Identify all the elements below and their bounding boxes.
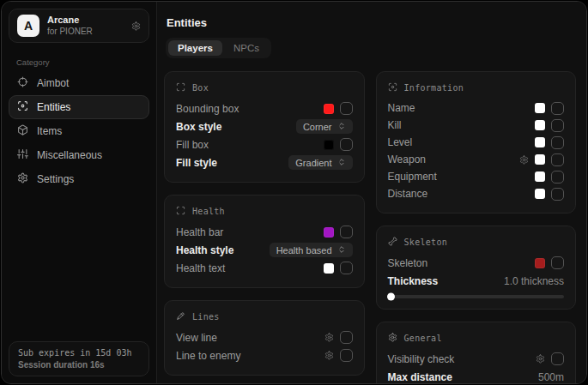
color-swatch[interactable] [535,120,545,130]
row-label: Health text [176,262,225,274]
app-name: Arcane [47,15,93,27]
card-information: Information Name Kill [376,71,577,214]
sidebar-item-label: Items [37,125,62,137]
row-skeleton: Skeleton [388,254,565,272]
color-swatch[interactable] [324,227,334,238]
row-label: Health bar [176,226,223,238]
color-swatch[interactable] [324,263,334,274]
card-title: Lines [192,312,220,322]
tab-npcs[interactable]: NPCs [224,40,269,56]
row-thickness: Thickness 1.0 thickness [388,272,565,290]
sidebar-item-entities[interactable]: Entities [9,95,149,119]
equipment-checkbox[interactable] [551,171,564,183]
card-box: Box Bounding box Box style Corne [164,71,365,183]
bone-icon [388,237,397,248]
row-name: Name [388,99,565,117]
app-subtitle: for PIONER [47,27,93,38]
card-general: General Visibility check Max distance 50… [376,322,577,383]
color-swatch[interactable] [535,189,545,199]
card-title: Box [192,83,209,93]
row-equipment: Equipment [388,168,565,185]
distance-checkbox[interactable] [551,188,564,201]
scan-dot-icon [17,100,28,114]
view-line-checkbox[interactable] [340,331,353,344]
row-label: Skeleton [388,257,428,269]
sidebar-item-label: Entities [37,101,70,113]
color-swatch[interactable] [324,104,334,114]
row-label: Health style [176,244,233,256]
sidebar-item-items[interactable]: Items [9,119,149,143]
view-line-gear-icon[interactable] [324,333,334,342]
chevrons-up-down-icon [337,122,346,132]
thickness-value: 1.0 thickness [504,275,564,287]
slider-thumb[interactable] [387,293,395,301]
row-box-style: Box style Corner [176,117,353,135]
box-style-dropdown[interactable]: Corner [296,119,353,134]
row-label: Visibility check [388,353,455,365]
tab-players[interactable]: Players [168,40,222,56]
main-panel: Entities Players NPCs Box Bounding box [157,2,586,383]
sliders-icon [17,148,28,162]
fill-style-dropdown[interactable]: Gradient [288,155,352,170]
visibility-gear-icon[interactable] [536,354,545,364]
card-health: Health Health bar Health style H [164,195,365,288]
subscription-card: Sub expires in 15d 03h Session duration … [9,341,149,376]
color-swatch[interactable] [535,258,545,268]
row-fill-box: Fill box [176,135,353,153]
sidebar-item-settings[interactable]: Settings [9,167,149,191]
row-label: Level [388,136,413,148]
name-checkbox[interactable] [551,102,564,115]
fill-box-checkbox[interactable] [340,138,353,151]
health-icon [176,206,185,217]
sidebar-item-label: Aimbot [37,77,69,89]
row-label: Fill box [176,139,209,151]
row-distance: Distance [388,185,565,202]
health-style-dropdown[interactable]: Health based [270,243,353,257]
line-to-enemy-gear-icon[interactable] [324,351,334,360]
card-title: General [404,334,442,343]
max-distance-value: 500m [538,371,564,383]
pencil-line-icon [176,311,185,322]
skeleton-checkbox[interactable] [551,256,564,269]
row-label: Max distance [388,371,452,383]
weapon-gear-icon[interactable] [519,155,529,165]
crosshair-icon [17,76,28,90]
row-max-distance: Max distance 500m [388,368,565,383]
chevrons-up-down-icon [337,245,346,256]
weapon-checkbox[interactable] [551,153,564,166]
color-swatch[interactable] [535,171,545,182]
brand-gear-icon[interactable] [131,21,141,31]
row-kill: Kill [388,117,565,134]
color-swatch[interactable] [324,140,334,150]
row-label: Line to enemy [176,350,240,362]
app-logo: A [17,15,39,37]
color-swatch[interactable] [535,103,545,113]
category-label: Category [16,57,156,67]
sidebar-nav: Aimbot Entities Items Miscellaneous Sett… [2,71,156,191]
line-to-enemy-checkbox[interactable] [340,349,353,362]
color-swatch[interactable] [535,154,545,165]
health-bar-checkbox[interactable] [340,226,353,238]
row-health-style: Health style Health based [176,241,353,259]
card-skeleton: Skeleton Skeleton Thickness 1.0 thicknes… [376,226,577,310]
level-checkbox[interactable] [551,136,564,149]
row-weapon: Weapon [388,151,565,168]
bounding-box-checkbox[interactable] [340,102,353,115]
row-label: Equipment [388,171,437,183]
color-swatch[interactable] [535,137,545,147]
general-icon [388,333,397,344]
row-label: Thickness [388,275,439,287]
kill-checkbox[interactable] [551,119,564,132]
row-line-to-enemy: Line to enemy [176,346,353,364]
card-lines: Lines View line Line to enemy [164,300,365,376]
sidebar-item-miscellaneous[interactable]: Miscellaneous [9,143,149,167]
thickness-slider[interactable] [388,295,565,298]
row-view-line: View line [176,328,353,346]
sidebar-item-aimbot[interactable]: Aimbot [9,71,149,95]
entity-tabs: Players NPCs [166,38,271,58]
card-title: Skeleton [404,238,448,247]
brand-card: A Arcane for PIONER [9,9,149,43]
visibility-check-checkbox[interactable] [551,352,564,365]
health-text-checkbox[interactable] [340,262,353,274]
sub-expiry-text: Sub expires in 15d 03h [18,348,140,358]
